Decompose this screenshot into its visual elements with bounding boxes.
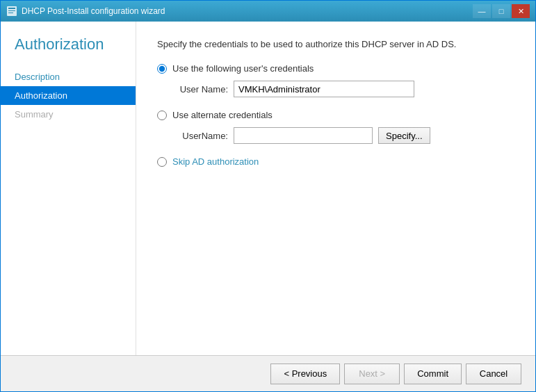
svg-rect-3 [8, 13, 13, 13]
previous-button[interactable]: < Previous [270, 364, 340, 384]
cancel-button[interactable]: Cancel [466, 364, 521, 384]
username-field-row: User Name: [172, 81, 514, 97]
option3-radio-row: Skip AD authorization [157, 156, 514, 167]
main-window: DHCP Post-Install configuration wizard —… [0, 0, 536, 392]
option2-group: Use alternate credentials UserName: Spec… [157, 110, 514, 144]
option1-radio[interactable] [157, 64, 167, 74]
alt-username-input[interactable] [234, 127, 373, 144]
specify-button[interactable]: Specify... [378, 127, 430, 144]
svg-rect-1 [8, 8, 15, 9]
nav-list: Description Authorization Summary [1, 67, 136, 124]
option2-radio[interactable] [157, 111, 167, 120]
option3-radio[interactable] [157, 157, 167, 167]
option1-group: Use the following user's credentials Use… [157, 63, 514, 97]
next-button[interactable]: Next > [344, 364, 400, 384]
commit-button[interactable]: Commit [404, 364, 462, 384]
sidebar-item-summary[interactable]: Summary [1, 105, 136, 124]
alt-username-label: UserName: [172, 131, 228, 141]
sidebar-item-authorization[interactable]: Authorization [1, 86, 136, 105]
main-content: Authorization Description Authorization … [1, 22, 535, 355]
option1-label[interactable]: Use the following user's credentials [172, 63, 314, 74]
option3-label[interactable]: Skip AD authorization [172, 156, 259, 167]
description-text: Specify the credentials to be used to au… [157, 39, 514, 49]
option2-label[interactable]: Use alternate credentials [172, 110, 273, 120]
footer: < Previous Next > Commit Cancel [1, 355, 535, 391]
alt-username-field-row: UserName: Specify... [172, 127, 514, 144]
title-controls: — □ ✕ [473, 4, 530, 18]
title-bar-left: DHCP Post-Install configuration wizard [6, 6, 165, 17]
page-title: Authorization [1, 35, 136, 67]
close-button[interactable]: ✕ [512, 4, 530, 18]
minimize-button[interactable]: — [473, 4, 491, 18]
maximize-button[interactable]: □ [492, 4, 510, 18]
option1-radio-row: Use the following user's credentials [157, 63, 514, 74]
svg-rect-2 [8, 10, 15, 11]
app-icon [6, 6, 17, 17]
sidebar-item-description[interactable]: Description [1, 67, 136, 86]
option2-radio-row: Use alternate credentials [157, 110, 514, 120]
right-panel: Specify the credentials to be used to au… [136, 22, 535, 355]
title-bar: DHCP Post-Install configuration wizard —… [1, 1, 535, 22]
window-title: DHCP Post-Install configuration wizard [22, 6, 165, 16]
username-label: User Name: [172, 84, 228, 95]
left-panel: Authorization Description Authorization … [1, 22, 136, 355]
username-input[interactable] [234, 81, 414, 97]
option3-group: Skip AD authorization [157, 156, 514, 167]
